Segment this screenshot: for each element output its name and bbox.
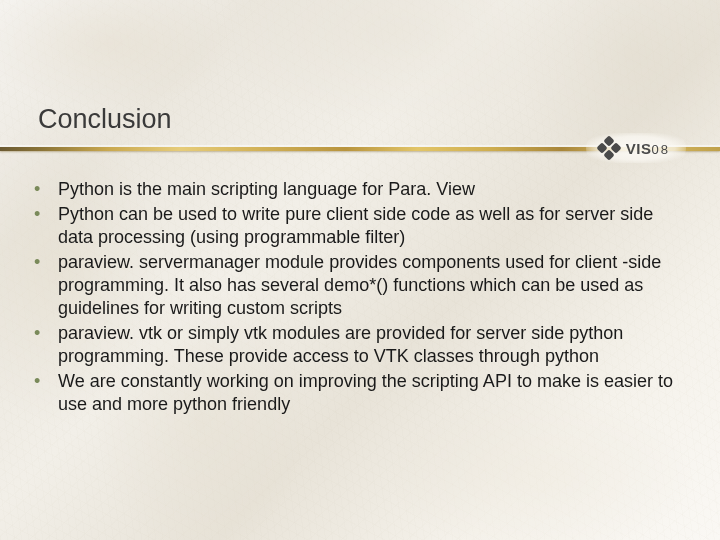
logo-mark-icon — [596, 135, 622, 161]
conference-logo: VIS08 — [586, 133, 686, 163]
bullet-list: Python is the main scripting language fo… — [24, 178, 684, 416]
list-item: paraview. vtk or simply vtk modules are … — [24, 322, 684, 368]
list-item: Python can be used to write pure client … — [24, 203, 684, 249]
slide-title: Conclusion — [38, 104, 172, 135]
logo-brand: VIS — [626, 140, 652, 157]
slide-body: Python is the main scripting language fo… — [24, 178, 684, 418]
list-item: We are constantly working on improving t… — [24, 370, 684, 416]
logo-text: VIS08 — [626, 140, 670, 157]
list-item: Python is the main scripting language fo… — [24, 178, 684, 201]
list-item: paraview. servermanager module provides … — [24, 251, 684, 320]
logo-suffix: 08 — [652, 142, 670, 157]
